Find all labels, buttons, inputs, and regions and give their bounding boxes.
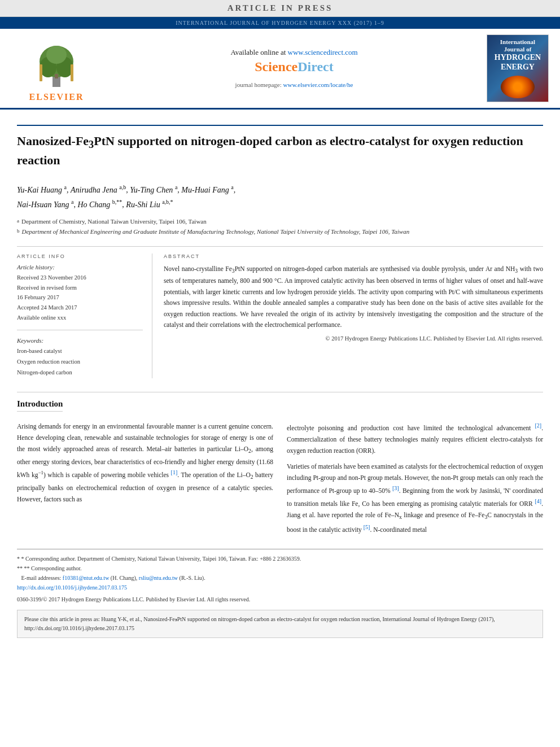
svg-rect-5 [55, 74, 58, 78]
journal-homepage: journal homepage: www.elsevier.com/locat… [235, 81, 353, 88]
affiliation-a: a Department of Chemistry, National Taiw… [17, 217, 543, 227]
keyword-3: Nitrogen-doped carbon [17, 368, 143, 378]
intro-left-text: Arising demands for energy in an environ… [17, 421, 273, 505]
email-1[interactable]: f10381@ntut.edu.tw [63, 575, 110, 581]
available-online: Available online xxx [17, 313, 143, 323]
keyword-1: Iron-based catalyst [17, 346, 143, 357]
abstract-column: ABSTRACT Novel nano-crystalline Fe3PtN s… [164, 254, 543, 378]
received-revised-label: Received in revised form [17, 283, 143, 293]
journal-thumbnail: International Journal of HYDROGENENERGY [487, 34, 549, 102]
intro-right-text: electrolyte poisoning and production cos… [287, 421, 543, 535]
sciencedirect-url[interactable]: www.sciencedirect.com [288, 48, 358, 56]
author-3: Yu-Ting Chen [130, 185, 173, 194]
keywords-title: Keywords: [17, 337, 143, 344]
corresponding-note-1: * * Corresponding author. Department of … [17, 554, 543, 563]
article-history-title: Article history: [17, 264, 143, 270]
svg-rect-7 [71, 64, 73, 81]
introduction-section: Introduction Arising demands for energy … [17, 392, 543, 540]
article-info-column: ARTICLE INFO Article history: Received 2… [17, 254, 152, 378]
elsevier-wordmark: ELSEVIER [29, 92, 84, 102]
header-center: Available online at www.sciencedirect.co… [107, 34, 481, 102]
elsevier-tree-icon [31, 45, 82, 90]
author-5: Nai-Hsuan Yang [17, 200, 69, 208]
sciencedirect-logo: ScienceDirect [255, 59, 334, 75]
corresponding-note-2: ** ** Corresponding author. [17, 563, 543, 573]
author-1: Yu-Kai Huang [17, 185, 62, 194]
available-online-text: Available online at www.sciencedirect.co… [230, 48, 357, 57]
journal-link[interactable]: www.elsevier.com/locate/he [283, 81, 353, 88]
article-info-header: ARTICLE INFO [17, 254, 143, 259]
keywords-section: Keywords: Iron-based catalyst Oxygen red… [17, 337, 143, 378]
author-7: Ru-Shi Liu [126, 200, 160, 208]
intro-top-divider [17, 392, 543, 392]
article-history: Article history: Received 23 November 20… [17, 264, 143, 323]
footer-notes: * * Corresponding author. Department of … [17, 549, 543, 604]
svg-rect-6 [40, 64, 42, 81]
author-4: Mu-Huai Fang [181, 185, 229, 194]
main-content: Nanosized-Fe3PtN supported on nitrogen-d… [0, 110, 560, 646]
author-2: Anirudha Jena [71, 185, 117, 194]
elsevier-logo-block: ELSEVIER [11, 34, 102, 102]
header: ELSEVIER Available online at www.science… [0, 29, 560, 110]
abstract-text: Novel nano-crystalline Fe3PtN supported … [164, 264, 543, 331]
footer-copyright: 0360-3199/© 2017 Hydrogen Energy Publica… [17, 595, 543, 604]
article-in-press-banner: ARTICLE IN PRESS [0, 0, 560, 17]
top-divider [17, 125, 543, 126]
info-abstract-columns: ARTICLE INFO Article history: Received 2… [17, 254, 543, 378]
author-6: Ho Chang [77, 200, 110, 208]
history-divider [17, 330, 143, 330]
intro-columns: Arising demands for energy in an environ… [17, 421, 543, 540]
abstract-header: ABSTRACT [164, 254, 543, 259]
email-2[interactable]: rsliu@ntu.edu.tw [139, 575, 178, 581]
abstract-copyright: © 2017 Hydrogen Energy Publications LLC.… [164, 335, 543, 342]
affiliation-b: b Department of Mechanical Engineering a… [17, 227, 543, 237]
intro-title: Introduction [17, 399, 63, 412]
svg-point-4 [46, 46, 67, 64]
doi-line[interactable]: http://dx.doi.org/10.1016/j.ijhydene.201… [17, 583, 543, 592]
article-title: Nanosized-Fe3PtN supported on nitrogen-d… [17, 133, 543, 173]
keyword-2: Oxygen reduction reaction [17, 357, 143, 368]
affiliations: a Department of Chemistry, National Taiw… [17, 217, 543, 237]
revised-date: 16 February 2017 [17, 292, 143, 303]
journal-thumb-graphic [501, 76, 535, 98]
authors-line: Yu-Kai Huang a, Anirudha Jena a,b, Yu-Ti… [17, 182, 543, 212]
journal-name-bar: INTERNATIONAL JOURNAL OF HYDROGEN ENERGY… [0, 17, 560, 29]
received-date: Received 23 November 2016 [17, 273, 143, 283]
citation-box: Please cite this article in press as: Hu… [17, 610, 543, 638]
email-line: E-mail addresses: f10381@ntut.edu.tw (H.… [17, 573, 543, 583]
article-divider [17, 246, 543, 247]
intro-left-col: Arising demands for energy in an environ… [17, 421, 273, 540]
intro-right-col: electrolyte poisoning and production cos… [287, 421, 543, 540]
accepted-date: Accepted 24 March 2017 [17, 303, 143, 313]
